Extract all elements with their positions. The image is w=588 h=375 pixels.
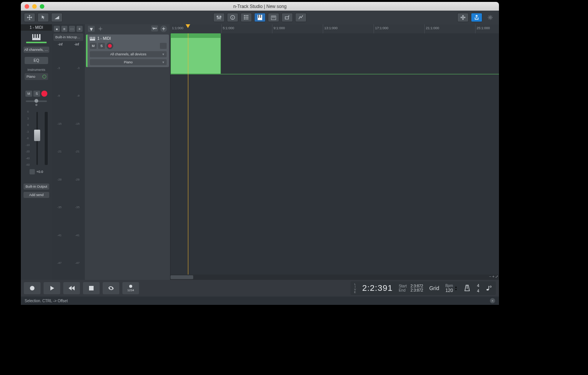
track-solo-button[interactable]: S	[98, 43, 105, 49]
bpm-label: Bpm	[445, 284, 453, 288]
pan-slider[interactable]	[26, 100, 47, 102]
ruler-tick: 9:1:000	[272, 24, 285, 33]
svg-point-2	[220, 16, 221, 17]
inspector-panel: 1 - MIDI All channels, all... EQ Instrum…	[21, 24, 52, 280]
metronome-button[interactable]	[463, 284, 471, 292]
scrollbar-thumb[interactable]	[170, 275, 193, 279]
svg-rect-4	[244, 15, 245, 16]
inspector-track-label: 1 - MIDI	[21, 24, 52, 31]
svg-rect-17	[285, 17, 289, 19]
settings-button[interactable]	[485, 13, 496, 22]
pan-value: 0	[36, 103, 37, 107]
titlebar: n-Track Studio | New song	[21, 2, 499, 11]
track-channels-dropdown[interactable]: All channels, all devices▼	[90, 51, 167, 57]
mute-button[interactable]: M	[25, 91, 32, 97]
zoom-fit-button[interactable]: ⤢	[495, 275, 498, 279]
bpm-stepper[interactable]: ▲▼	[455, 286, 457, 291]
svg-point-35	[129, 285, 132, 288]
solo-button[interactable]: S	[33, 91, 40, 97]
track-settings-button[interactable]	[97, 26, 104, 32]
playhead[interactable]	[188, 33, 188, 275]
meters-more-button[interactable]: ⋯	[69, 26, 75, 32]
main-toolbar	[21, 11, 499, 24]
ruler-tick: 1:1:000	[170, 24, 183, 33]
info-button[interactable]	[227, 13, 238, 22]
transport-bar: 1234 LIVE 2:2:391 Start2:3:872 End2:3:87…	[21, 280, 499, 297]
meters-record-button[interactable]: ●	[54, 26, 60, 32]
svg-rect-10	[244, 19, 245, 20]
tracks-area[interactable]	[170, 33, 499, 275]
zoom-in-button[interactable]: +	[492, 275, 494, 279]
meters-menu-button[interactable]: ≡	[61, 26, 67, 32]
track-instrument-dropdown[interactable]: Piano▼	[90, 59, 167, 65]
fader-knob[interactable]	[34, 130, 40, 141]
bpm-value[interactable]: 120	[445, 288, 453, 293]
keyboard-button[interactable]	[268, 13, 279, 22]
play-button[interactable]	[44, 282, 60, 294]
zoom-out-button[interactable]: −	[489, 275, 491, 279]
instrument-slot[interactable]: Piano	[25, 73, 48, 80]
add-send-button[interactable]: Add send	[23, 192, 49, 198]
track-record-button[interactable]	[106, 42, 113, 49]
timecode-display[interactable]: 2:2:391	[362, 283, 393, 293]
time-signature[interactable]: 4 4	[477, 283, 479, 293]
step-sequencer-button[interactable]	[241, 13, 252, 22]
midi-clip[interactable]	[170, 33, 221, 74]
ruler-tick: 25:1:000	[475, 24, 490, 33]
status-text: Selection. CTRL -> Offset	[25, 299, 68, 303]
svg-rect-9	[247, 17, 249, 18]
svg-rect-8	[246, 17, 247, 18]
output-chip[interactable]: Built-in Output	[23, 184, 49, 190]
svg-rect-5	[246, 15, 247, 16]
note-value-button[interactable]	[485, 285, 492, 292]
piano-roll-button[interactable]	[254, 13, 266, 22]
add-track-button[interactable]: +	[160, 25, 167, 32]
channels-chip[interactable]: All channels, all...	[23, 47, 49, 53]
stop-button[interactable]	[83, 282, 100, 294]
track-lane[interactable]	[170, 33, 499, 74]
svg-rect-30	[91, 37, 91, 39]
track-mute-button[interactable]: M	[90, 43, 97, 49]
volume-fader[interactable]	[30, 109, 45, 168]
record-arm-button[interactable]	[41, 91, 47, 97]
track-expand-button[interactable]	[160, 43, 167, 49]
power-icon[interactable]	[42, 75, 46, 78]
count-in-button[interactable]: 1234	[122, 282, 139, 294]
move-tool-button[interactable]	[24, 13, 35, 22]
mixer-button[interactable]	[213, 13, 225, 22]
view-mode-button[interactable]: ▾	[88, 26, 95, 32]
meters-add-button[interactable]: +	[77, 26, 83, 32]
pointer-tool-button[interactable]	[38, 13, 49, 22]
svg-rect-6	[247, 15, 249, 16]
rewind-button[interactable]	[63, 282, 80, 294]
horizontal-scrollbar[interactable]: − + ⤢	[170, 275, 499, 280]
playhead-marker-icon[interactable]	[186, 24, 190, 29]
svg-point-37	[490, 286, 491, 287]
midi-icon	[31, 34, 41, 41]
svg-rect-11	[246, 19, 247, 20]
svg-rect-27	[38, 34, 39, 38]
status-close-button[interactable]: ×	[490, 298, 495, 303]
svg-point-0	[217, 16, 218, 17]
track-color-bar	[26, 42, 47, 43]
instrument-name: Piano	[27, 75, 35, 78]
input-device-label[interactable]: Built-in Microph...	[53, 33, 83, 41]
waveform-view-button[interactable]	[151, 25, 158, 31]
fade-tool-button[interactable]	[51, 13, 63, 22]
eq-button[interactable]: EQ	[25, 57, 48, 64]
svg-point-18	[462, 17, 464, 18]
cloud-button[interactable]	[457, 13, 469, 22]
track-name: 1 - MIDI	[97, 36, 111, 41]
svg-rect-31	[92, 37, 93, 39]
share-button[interactable]	[471, 13, 482, 22]
grid-button[interactable]: Grid	[429, 285, 439, 291]
time-ruler[interactable]: 1:1:000 5:1:000 9:1:000 13:1:000 17:1:00…	[170, 24, 499, 33]
svg-point-20	[464, 17, 465, 18]
automation-button[interactable]	[295, 13, 307, 22]
loop-button[interactable]	[103, 282, 119, 294]
monitor-button[interactable]	[30, 169, 35, 174]
fader-scale: 630-3-6-10-20-40-60	[25, 109, 30, 168]
track-item[interactable]: 1 - MIDI M S All channels, all devices▼ …	[86, 35, 169, 67]
effects-button[interactable]	[281, 13, 293, 22]
record-button[interactable]	[24, 282, 41, 294]
